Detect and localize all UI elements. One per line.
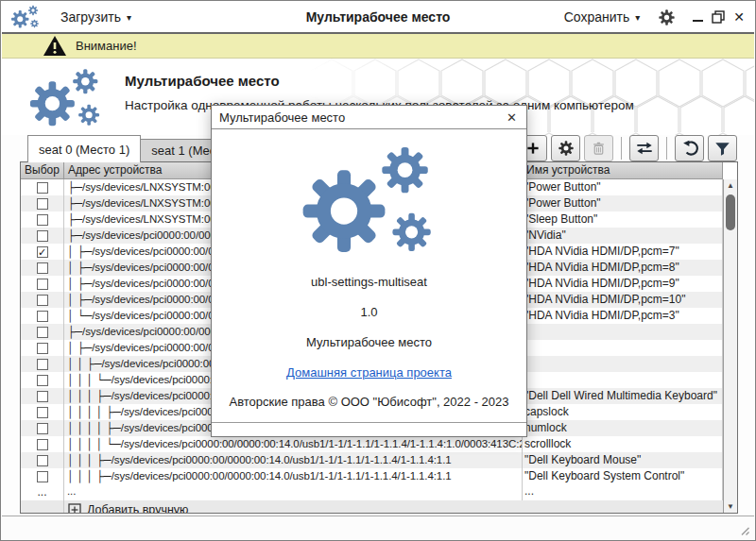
dialog-app-name: Мультирабочее место — [306, 335, 432, 349]
device-name: "HDA NVidia HDMI/DP,pcm=8" — [523, 260, 723, 276]
configure-device-button[interactable] — [551, 135, 580, 161]
scroll-down-arrow[interactable]: ▼ — [724, 500, 737, 513]
status-bar — [2, 516, 754, 539]
app-window: Загрузить ▾ Мультирабочее место Сохранит… — [0, 0, 756, 541]
more-rows-indicator: ... ... ... — [21, 484, 723, 500]
device-name — [523, 372, 723, 388]
device-name: "Power Button" — [523, 195, 723, 211]
device-address: │ │ │ │ └─/sys/devices/pci0000:00/0000:0… — [64, 436, 523, 452]
load-menu-button[interactable]: Загрузить ▾ — [55, 6, 137, 28]
close-button[interactable]: ✕ — [733, 9, 745, 25]
add-manually-label: Добавить вручную — [87, 503, 188, 515]
row-checkbox[interactable] — [37, 439, 48, 450]
row-checkbox[interactable]: ✓ — [37, 246, 48, 258]
row-checkbox[interactable] — [37, 375, 48, 386]
warning-text: Внимание! — [76, 39, 137, 53]
warning-banner: Внимание! — [2, 32, 754, 59]
app-logo — [23, 67, 110, 129]
device-name: "HDA NVidia HDMI/DP,pcm=7" — [523, 244, 723, 260]
maximize-button[interactable] — [712, 10, 725, 24]
device-name: "Power Button" — [523, 179, 723, 195]
minimize-button[interactable] — [693, 20, 703, 22]
row-checkbox[interactable] — [37, 455, 48, 466]
add-box-icon — [68, 503, 81, 515]
row-checkbox[interactable] — [37, 214, 48, 226]
scrollbar-thumb[interactable] — [726, 194, 735, 230]
filter-icon — [714, 141, 730, 157]
more-address: ... — [64, 484, 523, 500]
row-checkbox[interactable] — [37, 262, 48, 274]
row-checkbox[interactable] — [37, 359, 48, 370]
device-name: scrolllock — [523, 436, 723, 452]
more-select: ... — [21, 484, 64, 500]
device-table-row[interactable]: │ │ │ │ └─/sys/devices/pci0000:00/0000:0… — [21, 436, 723, 452]
row-checkbox[interactable] — [37, 423, 48, 434]
device-name: "Dell Dell Wired Multimedia Keyboard" — [523, 388, 723, 404]
reset-button[interactable] — [675, 135, 704, 161]
gear-icon — [658, 8, 676, 26]
add-manually-row[interactable]: Добавить вручную — [21, 500, 723, 514]
resize-grip-icon[interactable] — [737, 523, 749, 535]
dialog-title-bar: Мультирабочее место ✕ — [212, 106, 526, 129]
vertical-scrollbar[interactable]: ▲ ▼ — [723, 179, 737, 513]
device-name — [523, 356, 723, 372]
trash-icon — [591, 141, 607, 157]
add-row-empty-cell — [21, 500, 64, 514]
page-title: Мультирабочее место — [125, 73, 280, 89]
column-header-name: Имя устройства — [523, 162, 723, 178]
app-icon — [9, 5, 42, 29]
save-menu-button[interactable]: Сохранить ▾ — [558, 6, 646, 28]
chevron-down-icon: ▾ — [635, 12, 640, 23]
row-checkbox[interactable] — [37, 182, 48, 194]
row-checkbox[interactable] — [37, 279, 48, 290]
scroll-up-arrow[interactable]: ▲ — [724, 179, 737, 192]
row-checkbox[interactable] — [37, 311, 48, 322]
swap-devices-button[interactable] — [629, 135, 659, 161]
project-homepage-link[interactable]: Домашняя страница проекта — [286, 365, 452, 380]
row-checkbox[interactable] — [37, 391, 48, 402]
tab-seat-0-label: seat 0 (Место 1) — [39, 143, 129, 157]
device-name: "NVidia" — [523, 228, 723, 244]
swap-arrows-icon — [635, 141, 654, 156]
dialog-footer-separator — [212, 422, 526, 423]
row-checkbox[interactable] — [37, 295, 48, 306]
dialog-app-id: ubl-settings-multiseat — [311, 275, 427, 289]
row-checkbox[interactable] — [37, 343, 48, 354]
save-menu-label: Сохранить — [564, 9, 630, 25]
row-checkbox[interactable] — [37, 327, 48, 338]
dialog-close-button[interactable]: ✕ — [505, 110, 519, 125]
dialog-app-logo — [295, 144, 444, 259]
row-checkbox[interactable] — [37, 471, 48, 482]
device-address: │ │ │ ├─/sys/devices/pci0000:00/0000:00:… — [64, 468, 523, 484]
toolbar-separator — [621, 137, 622, 160]
device-table-row[interactable]: │ │ │ ├─/sys/devices/pci0000:00/0000:00:… — [21, 452, 723, 468]
device-name: "HDA NVidia HDMI/DP,pcm=9" — [523, 276, 723, 292]
device-table-row[interactable]: │ │ │ ├─/sys/devices/pci0000:00/0000:00:… — [21, 468, 723, 484]
device-name: "HDA NVidia HDMI/DP,pcm=3" — [523, 308, 723, 324]
toolbar-separator — [666, 137, 667, 160]
device-toolbar — [518, 135, 737, 161]
warning-icon — [43, 36, 66, 56]
row-checkbox[interactable] — [37, 230, 48, 242]
gear-icon — [558, 140, 575, 157]
dialog-app-version: 1.0 — [360, 305, 377, 319]
tab-seat-0[interactable]: seat 0 (Место 1) — [27, 135, 141, 162]
about-dialog: Мультирабочее место ✕ ubl-settings-multi… — [211, 105, 527, 437]
filter-button[interactable] — [708, 135, 737, 161]
device-name — [523, 340, 723, 356]
device-name: capslock — [523, 404, 723, 420]
row-checkbox[interactable] — [37, 407, 48, 418]
delete-device-button[interactable] — [584, 135, 613, 161]
dialog-copyright: Авторские права © ООО "Юбисофт", 2022 - … — [229, 395, 508, 409]
device-name: "Sleep Button" — [523, 211, 723, 228]
device-name: "Dell Keyboard Mouse" — [523, 452, 723, 468]
load-menu-label: Загрузить — [60, 9, 121, 25]
device-name: "Dell Keyboard System Control" — [523, 468, 723, 484]
settings-button[interactable] — [655, 6, 678, 28]
row-checkbox[interactable] — [37, 198, 48, 210]
device-name — [523, 324, 723, 340]
dialog-title: Мультирабочее место — [219, 110, 345, 125]
chevron-down-icon: ▾ — [127, 12, 131, 23]
device-name: numlock — [523, 420, 723, 436]
undo-icon — [681, 140, 698, 157]
